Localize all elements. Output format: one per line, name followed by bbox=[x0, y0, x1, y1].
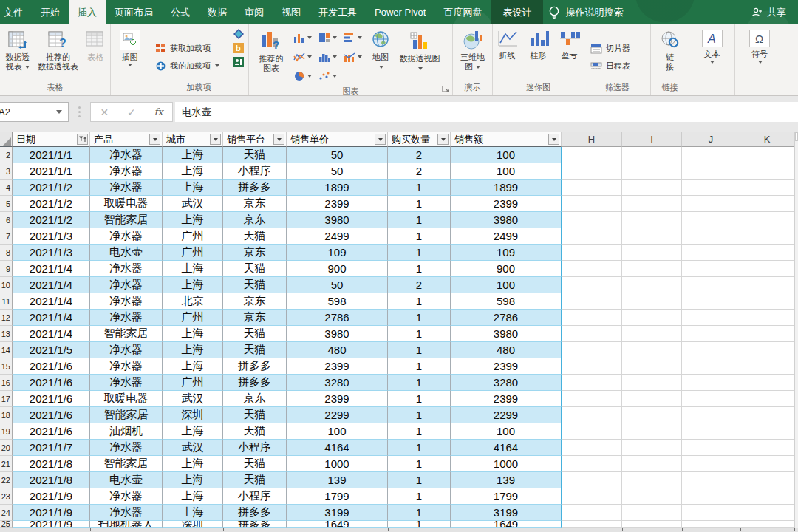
cell-amount[interactable]: 2399 bbox=[451, 391, 562, 407]
cell-quantity[interactable]: 1 bbox=[388, 456, 451, 472]
formula-input[interactable]: 电水壶 bbox=[175, 102, 798, 122]
cell-price[interactable]: 900 bbox=[287, 261, 388, 277]
cell-quantity[interactable]: 1 bbox=[388, 440, 451, 456]
cell-price[interactable]: 2399 bbox=[287, 358, 388, 375]
cell-date[interactable]: 2021/1/3 bbox=[13, 228, 90, 245]
cell-empty-K[interactable] bbox=[740, 163, 794, 180]
row-number[interactable]: 11 bbox=[0, 293, 13, 310]
cell-empty-I[interactable] bbox=[622, 180, 682, 196]
cell-empty-I[interactable] bbox=[622, 456, 682, 472]
cell-amount[interactable]: 2399 bbox=[451, 358, 562, 375]
tab-file[interactable]: 文件 bbox=[0, 0, 32, 24]
cell-price[interactable]: 3280 bbox=[287, 375, 388, 391]
cell-price[interactable]: 1649 bbox=[287, 521, 388, 528]
map3d-button[interactable]: 三维地图 bbox=[458, 27, 487, 72]
cell-quantity[interactable]: 1 bbox=[388, 391, 451, 407]
cell-price[interactable]: 480 bbox=[287, 342, 388, 358]
amount-filter-icon[interactable] bbox=[548, 134, 559, 145]
cell-date[interactable]: 2021/1/5 bbox=[13, 342, 90, 358]
cell-price[interactable]: 4164 bbox=[287, 440, 388, 456]
cell-empty-K[interactable] bbox=[740, 391, 794, 407]
cell-platform[interactable]: 拼多多 bbox=[223, 375, 287, 391]
cell-platform[interactable]: 拼多多 bbox=[223, 358, 287, 375]
cell-empty-H[interactable] bbox=[562, 277, 622, 293]
cell-empty-H[interactable] bbox=[562, 147, 622, 163]
cell-amount[interactable]: 2786 bbox=[451, 310, 562, 326]
cell-empty-H[interactable] bbox=[562, 212, 622, 228]
cell-city[interactable]: 广州 bbox=[163, 245, 223, 261]
cell-date[interactable]: 2021/1/7 bbox=[13, 440, 90, 456]
cell-platform[interactable]: 天猫 bbox=[223, 326, 287, 342]
symbol-button[interactable]: Ω 符号 bbox=[747, 27, 772, 64]
cell-price[interactable]: 3980 bbox=[287, 212, 388, 228]
cell-city[interactable]: 上海 bbox=[163, 180, 223, 196]
cell-empty-I[interactable] bbox=[622, 147, 682, 163]
cell-date[interactable]: 2021/1/6 bbox=[13, 375, 90, 391]
cell-empty-K[interactable] bbox=[740, 456, 794, 472]
cell-quantity[interactable]: 1 bbox=[388, 521, 451, 528]
row-number[interactable]: 15 bbox=[0, 358, 13, 375]
maps-button[interactable]: 地图 bbox=[366, 27, 395, 72]
cell-empty-H[interactable] bbox=[562, 261, 622, 277]
cell-quantity[interactable]: 1 bbox=[388, 293, 451, 310]
cell-empty-K[interactable] bbox=[740, 261, 794, 277]
header-date[interactable]: 日期 bbox=[13, 132, 90, 147]
product-filter-icon[interactable] bbox=[149, 134, 160, 145]
cell-empty-K[interactable] bbox=[740, 245, 794, 261]
cell-quantity[interactable]: 1 bbox=[388, 326, 451, 342]
cell-product[interactable]: 智能家居 bbox=[90, 407, 163, 423]
cell-quantity[interactable]: 2 bbox=[388, 277, 451, 293]
cell-empty-J[interactable] bbox=[682, 277, 740, 293]
cell-empty-J[interactable] bbox=[682, 423, 740, 440]
row-number[interactable]: 20 bbox=[0, 440, 13, 456]
quantity-filter-icon[interactable] bbox=[437, 134, 449, 145]
header-platform[interactable]: 销售平台 bbox=[223, 132, 287, 147]
cell-city[interactable]: 广州 bbox=[163, 375, 223, 391]
cell-date[interactable]: 2021/1/6 bbox=[13, 423, 90, 440]
cell-price[interactable]: 2399 bbox=[287, 196, 388, 212]
cell-amount[interactable]: 3280 bbox=[451, 375, 562, 391]
tab-page-layout[interactable]: 页面布局 bbox=[106, 0, 162, 24]
pie-chart-button[interactable] bbox=[290, 71, 316, 81]
tab-formulas[interactable]: 公式 bbox=[162, 0, 199, 24]
cell-empty-K[interactable] bbox=[740, 310, 794, 326]
row-number[interactable]: 16 bbox=[0, 375, 13, 391]
cell-price[interactable]: 50 bbox=[287, 163, 388, 180]
cell-product[interactable]: 净水器 bbox=[90, 277, 163, 293]
cell-empty-I[interactable] bbox=[622, 293, 682, 310]
cell-date[interactable]: 2021/1/4 bbox=[13, 293, 90, 310]
cell-empty-K[interactable] bbox=[740, 521, 794, 528]
cell-date[interactable]: 2021/1/4 bbox=[13, 310, 90, 326]
cell-empty-I[interactable] bbox=[622, 212, 682, 228]
row-number[interactable]: 7 bbox=[0, 228, 13, 245]
cell-amount[interactable]: 100 bbox=[451, 423, 562, 440]
cell-empty-J[interactable] bbox=[682, 212, 740, 228]
cell-amount[interactable]: 1649 bbox=[451, 521, 562, 528]
cell-product[interactable]: 净水器 bbox=[90, 488, 163, 505]
cell-price[interactable]: 2499 bbox=[287, 228, 388, 245]
tell-me-search[interactable]: 操作说明搜索 bbox=[543, 0, 627, 24]
cell-product[interactable]: 净水器 bbox=[90, 180, 163, 196]
row-number[interactable]: 4 bbox=[0, 180, 13, 196]
cell-empty-J[interactable] bbox=[682, 310, 740, 326]
column-header-I[interactable]: I bbox=[622, 132, 682, 147]
cell-city[interactable]: 上海 bbox=[163, 456, 223, 472]
cell-empty-H[interactable] bbox=[562, 488, 622, 505]
cell-empty-I[interactable] bbox=[622, 505, 682, 521]
cell-date[interactable]: 2021/1/9 bbox=[13, 488, 90, 505]
cell-platform[interactable]: 小程序 bbox=[223, 440, 287, 456]
cell-empty-H[interactable] bbox=[562, 472, 622, 488]
row-number[interactable]: 24 bbox=[0, 505, 13, 521]
cell-city[interactable]: 武汉 bbox=[163, 440, 223, 456]
cell-platform[interactable]: 天猫 bbox=[223, 456, 287, 472]
cell-amount[interactable]: 3980 bbox=[451, 212, 562, 228]
cell-amount[interactable]: 480 bbox=[451, 342, 562, 358]
cell-empty-H[interactable] bbox=[562, 180, 622, 196]
cell-amount[interactable]: 109 bbox=[451, 245, 562, 261]
cell-empty-K[interactable] bbox=[740, 228, 794, 245]
combo-chart-button[interactable] bbox=[341, 52, 366, 62]
cell-quantity[interactable]: 1 bbox=[388, 488, 451, 505]
cell-city[interactable]: 上海 bbox=[163, 147, 223, 163]
cell-empty-H[interactable] bbox=[562, 163, 622, 180]
cell-amount[interactable]: 100 bbox=[451, 147, 562, 163]
